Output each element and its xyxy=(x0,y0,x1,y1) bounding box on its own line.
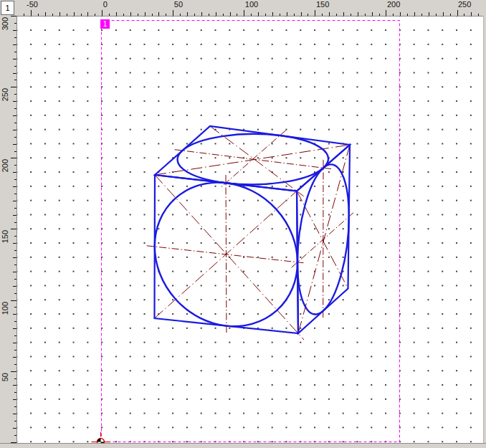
v-ruler-tick xyxy=(14,123,16,123)
v-ruler-tick xyxy=(13,272,16,272)
v-ruler-tick xyxy=(13,385,16,386)
v-ruler-tick xyxy=(13,357,16,358)
h-ruler-tick xyxy=(450,14,451,16)
h-ruler-tick xyxy=(287,12,287,16)
h-ruler-tick xyxy=(308,14,308,16)
v-ruler-tick xyxy=(14,321,16,322)
v-ruler-tick xyxy=(13,314,16,315)
v-ruler-label: 200 xyxy=(1,159,9,172)
h-ruler-tick xyxy=(336,14,337,16)
h-ruler-tick xyxy=(329,12,330,16)
h-ruler-tick xyxy=(95,14,95,16)
h-ruler-tick xyxy=(201,12,202,16)
h-ruler-tick xyxy=(130,12,131,16)
v-ruler-tick xyxy=(11,16,16,16)
h-ruler-tick xyxy=(24,14,24,16)
v-ruler-tick xyxy=(14,208,16,209)
page-tab-button[interactable]: 1 xyxy=(1,1,14,15)
v-ruler-tick xyxy=(13,186,16,187)
v-ruler-tick xyxy=(11,300,16,301)
v-ruler-tick xyxy=(13,399,16,400)
v-ruler-tick xyxy=(13,286,16,287)
h-ruler-tick xyxy=(38,14,39,16)
h-ruler-label: 200 xyxy=(387,1,400,9)
v-ruler-tick xyxy=(14,279,16,280)
v-ruler-tick xyxy=(11,158,16,158)
v-ruler-tick xyxy=(13,130,16,130)
v-ruler-tick xyxy=(14,264,16,265)
h-ruler-tick xyxy=(109,14,110,16)
h-ruler-tick xyxy=(343,12,344,16)
h-ruler-tick xyxy=(216,12,216,16)
h-ruler-tick xyxy=(145,12,146,16)
h-ruler-tick xyxy=(457,10,458,16)
v-ruler-tick xyxy=(13,172,16,173)
h-ruler-tick xyxy=(251,14,252,16)
v-ruler-tick xyxy=(14,293,16,294)
v-ruler-tick xyxy=(14,335,16,336)
h-ruler-tick xyxy=(152,14,153,16)
drawing-canvas[interactable] xyxy=(17,16,483,443)
page-number-badge[interactable]: 1 xyxy=(100,19,110,29)
h-ruler-tick xyxy=(102,10,103,16)
h-ruler-tick xyxy=(67,14,67,16)
v-ruler-tick xyxy=(14,406,16,407)
h-ruler-tick xyxy=(81,14,82,16)
h-ruler-tick xyxy=(315,10,315,16)
h-ruler-tick xyxy=(258,12,259,16)
h-ruler-tick xyxy=(123,14,124,16)
v-ruler-tick xyxy=(13,215,16,216)
v-ruler-tick xyxy=(11,87,16,87)
h-ruler-tick xyxy=(173,10,173,16)
v-ruler-tick xyxy=(13,343,16,343)
h-ruler-tick xyxy=(407,14,408,16)
vertical-ruler[interactable]: 300250200150100500 xyxy=(0,16,17,443)
v-ruler-tick xyxy=(14,165,16,166)
v-ruler-tick xyxy=(13,144,16,145)
v-ruler-tick xyxy=(14,108,16,109)
v-ruler-tick xyxy=(11,229,16,229)
v-ruler-tick xyxy=(14,222,16,223)
v-ruler-tick xyxy=(13,243,16,244)
h-ruler-label: -50 xyxy=(27,1,38,9)
v-ruler-tick xyxy=(14,37,16,38)
h-ruler-tick xyxy=(230,12,231,16)
v-ruler-tick xyxy=(14,66,16,67)
v-ruler-tick xyxy=(13,428,16,429)
v-ruler-tick xyxy=(14,52,16,52)
horizontal-ruler[interactable]: -50050100150200250 xyxy=(0,0,486,16)
h-ruler-tick xyxy=(294,14,295,16)
h-ruler-tick xyxy=(393,14,394,16)
v-ruler-tick xyxy=(13,101,16,102)
bottom-window-edge xyxy=(0,443,486,448)
h-ruler-tick xyxy=(59,12,60,16)
v-ruler-tick xyxy=(13,414,16,414)
h-ruler-tick xyxy=(421,14,422,16)
v-ruler-tick xyxy=(14,137,16,138)
h-ruler-label: 0 xyxy=(103,1,108,9)
h-ruler-label: 150 xyxy=(316,1,329,9)
h-ruler-tick xyxy=(87,12,88,16)
ruler-corner: 1 xyxy=(0,0,17,16)
h-ruler-tick xyxy=(244,10,244,16)
h-ruler-tick xyxy=(52,14,53,16)
v-ruler-tick xyxy=(14,179,16,180)
v-ruler-tick xyxy=(13,201,16,201)
v-ruler-tick xyxy=(13,59,16,59)
h-ruler-tick xyxy=(358,12,358,16)
v-ruler-tick xyxy=(14,23,16,24)
h-ruler-tick xyxy=(265,14,266,16)
h-ruler-tick xyxy=(379,14,380,16)
h-ruler-tick xyxy=(429,12,429,16)
v-ruler-tick xyxy=(14,151,16,152)
v-ruler-tick xyxy=(14,80,16,80)
v-ruler-tick xyxy=(14,307,16,308)
v-ruler-tick xyxy=(13,328,16,329)
v-ruler-tick xyxy=(14,194,16,194)
v-ruler-label: 300 xyxy=(1,17,9,30)
h-ruler-tick xyxy=(351,14,351,16)
h-ruler-tick xyxy=(187,12,188,16)
v-ruler-tick xyxy=(14,236,16,237)
h-ruler-tick xyxy=(74,12,75,16)
v-ruler-tick xyxy=(14,94,16,95)
